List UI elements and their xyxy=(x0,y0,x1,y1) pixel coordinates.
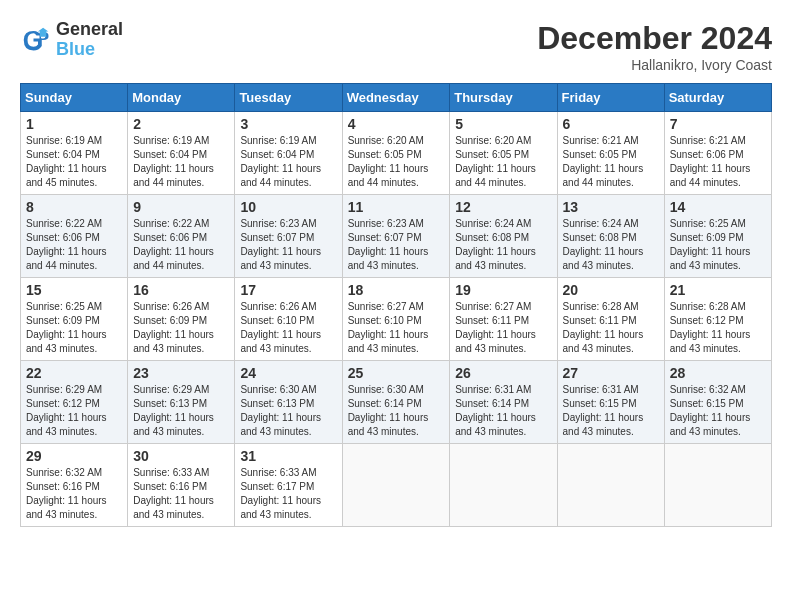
calendar-cell: 21Sunrise: 6:28 AM Sunset: 6:12 PM Dayli… xyxy=(664,278,771,361)
day-info: Sunrise: 6:19 AM Sunset: 6:04 PM Dayligh… xyxy=(26,134,122,190)
day-info: Sunrise: 6:28 AM Sunset: 6:11 PM Dayligh… xyxy=(563,300,659,356)
day-info: Sunrise: 6:26 AM Sunset: 6:10 PM Dayligh… xyxy=(240,300,336,356)
calendar-cell: 3Sunrise: 6:19 AM Sunset: 6:04 PM Daylig… xyxy=(235,112,342,195)
calendar-cell: 22Sunrise: 6:29 AM Sunset: 6:12 PM Dayli… xyxy=(21,361,128,444)
header-wednesday: Wednesday xyxy=(342,84,450,112)
day-info: Sunrise: 6:31 AM Sunset: 6:14 PM Dayligh… xyxy=(455,383,551,439)
day-number: 30 xyxy=(133,448,229,464)
day-info: Sunrise: 6:24 AM Sunset: 6:08 PM Dayligh… xyxy=(563,217,659,273)
day-number: 25 xyxy=(348,365,445,381)
calendar-cell xyxy=(664,444,771,527)
day-number: 31 xyxy=(240,448,336,464)
calendar-cell: 17Sunrise: 6:26 AM Sunset: 6:10 PM Dayli… xyxy=(235,278,342,361)
calendar-week-row: 1Sunrise: 6:19 AM Sunset: 6:04 PM Daylig… xyxy=(21,112,772,195)
calendar-cell: 28Sunrise: 6:32 AM Sunset: 6:15 PM Dayli… xyxy=(664,361,771,444)
day-number: 21 xyxy=(670,282,766,298)
day-info: Sunrise: 6:19 AM Sunset: 6:04 PM Dayligh… xyxy=(240,134,336,190)
calendar-cell xyxy=(450,444,557,527)
page-header: General Blue December 2024 Hallanikro, I… xyxy=(20,20,772,73)
logo: General Blue xyxy=(20,20,123,60)
calendar-cell: 20Sunrise: 6:28 AM Sunset: 6:11 PM Dayli… xyxy=(557,278,664,361)
day-number: 4 xyxy=(348,116,445,132)
calendar-cell: 24Sunrise: 6:30 AM Sunset: 6:13 PM Dayli… xyxy=(235,361,342,444)
calendar-cell: 8Sunrise: 6:22 AM Sunset: 6:06 PM Daylig… xyxy=(21,195,128,278)
calendar-cell: 9Sunrise: 6:22 AM Sunset: 6:06 PM Daylig… xyxy=(128,195,235,278)
day-number: 24 xyxy=(240,365,336,381)
calendar-cell: 26Sunrise: 6:31 AM Sunset: 6:14 PM Dayli… xyxy=(450,361,557,444)
day-info: Sunrise: 6:22 AM Sunset: 6:06 PM Dayligh… xyxy=(133,217,229,273)
month-year: December 2024 xyxy=(537,20,772,57)
day-number: 1 xyxy=(26,116,122,132)
calendar-cell: 25Sunrise: 6:30 AM Sunset: 6:14 PM Dayli… xyxy=(342,361,450,444)
day-number: 16 xyxy=(133,282,229,298)
header-thursday: Thursday xyxy=(450,84,557,112)
logo-line2: Blue xyxy=(56,40,123,60)
day-info: Sunrise: 6:30 AM Sunset: 6:14 PM Dayligh… xyxy=(348,383,445,439)
day-info: Sunrise: 6:26 AM Sunset: 6:09 PM Dayligh… xyxy=(133,300,229,356)
day-info: Sunrise: 6:28 AM Sunset: 6:12 PM Dayligh… xyxy=(670,300,766,356)
calendar-cell: 2Sunrise: 6:19 AM Sunset: 6:04 PM Daylig… xyxy=(128,112,235,195)
day-number: 17 xyxy=(240,282,336,298)
day-info: Sunrise: 6:23 AM Sunset: 6:07 PM Dayligh… xyxy=(240,217,336,273)
day-number: 23 xyxy=(133,365,229,381)
day-info: Sunrise: 6:21 AM Sunset: 6:05 PM Dayligh… xyxy=(563,134,659,190)
day-number: 10 xyxy=(240,199,336,215)
day-number: 2 xyxy=(133,116,229,132)
day-number: 14 xyxy=(670,199,766,215)
calendar-cell: 27Sunrise: 6:31 AM Sunset: 6:15 PM Dayli… xyxy=(557,361,664,444)
calendar-cell: 29Sunrise: 6:32 AM Sunset: 6:16 PM Dayli… xyxy=(21,444,128,527)
day-number: 9 xyxy=(133,199,229,215)
calendar-cell: 11Sunrise: 6:23 AM Sunset: 6:07 PM Dayli… xyxy=(342,195,450,278)
day-number: 13 xyxy=(563,199,659,215)
calendar-cell: 12Sunrise: 6:24 AM Sunset: 6:08 PM Dayli… xyxy=(450,195,557,278)
day-info: Sunrise: 6:19 AM Sunset: 6:04 PM Dayligh… xyxy=(133,134,229,190)
day-info: Sunrise: 6:25 AM Sunset: 6:09 PM Dayligh… xyxy=(26,300,122,356)
day-number: 26 xyxy=(455,365,551,381)
title-block: December 2024 Hallanikro, Ivory Coast xyxy=(537,20,772,73)
day-info: Sunrise: 6:29 AM Sunset: 6:12 PM Dayligh… xyxy=(26,383,122,439)
day-info: Sunrise: 6:21 AM Sunset: 6:06 PM Dayligh… xyxy=(670,134,766,190)
calendar-cell: 5Sunrise: 6:20 AM Sunset: 6:05 PM Daylig… xyxy=(450,112,557,195)
calendar-week-row: 29Sunrise: 6:32 AM Sunset: 6:16 PM Dayli… xyxy=(21,444,772,527)
location: Hallanikro, Ivory Coast xyxy=(537,57,772,73)
calendar-week-row: 22Sunrise: 6:29 AM Sunset: 6:12 PM Dayli… xyxy=(21,361,772,444)
day-number: 8 xyxy=(26,199,122,215)
day-number: 15 xyxy=(26,282,122,298)
calendar-cell: 31Sunrise: 6:33 AM Sunset: 6:17 PM Dayli… xyxy=(235,444,342,527)
day-number: 11 xyxy=(348,199,445,215)
day-number: 5 xyxy=(455,116,551,132)
header-saturday: Saturday xyxy=(664,84,771,112)
day-info: Sunrise: 6:33 AM Sunset: 6:16 PM Dayligh… xyxy=(133,466,229,522)
calendar-cell xyxy=(342,444,450,527)
day-number: 22 xyxy=(26,365,122,381)
calendar-cell: 23Sunrise: 6:29 AM Sunset: 6:13 PM Dayli… xyxy=(128,361,235,444)
calendar-cell: 30Sunrise: 6:33 AM Sunset: 6:16 PM Dayli… xyxy=(128,444,235,527)
calendar-header-row: SundayMondayTuesdayWednesdayThursdayFrid… xyxy=(21,84,772,112)
calendar-cell: 1Sunrise: 6:19 AM Sunset: 6:04 PM Daylig… xyxy=(21,112,128,195)
day-info: Sunrise: 6:20 AM Sunset: 6:05 PM Dayligh… xyxy=(455,134,551,190)
calendar-cell: 19Sunrise: 6:27 AM Sunset: 6:11 PM Dayli… xyxy=(450,278,557,361)
header-monday: Monday xyxy=(128,84,235,112)
day-info: Sunrise: 6:22 AM Sunset: 6:06 PM Dayligh… xyxy=(26,217,122,273)
day-info: Sunrise: 6:31 AM Sunset: 6:15 PM Dayligh… xyxy=(563,383,659,439)
day-info: Sunrise: 6:23 AM Sunset: 6:07 PM Dayligh… xyxy=(348,217,445,273)
day-number: 27 xyxy=(563,365,659,381)
day-number: 7 xyxy=(670,116,766,132)
day-info: Sunrise: 6:27 AM Sunset: 6:10 PM Dayligh… xyxy=(348,300,445,356)
day-number: 12 xyxy=(455,199,551,215)
day-info: Sunrise: 6:32 AM Sunset: 6:16 PM Dayligh… xyxy=(26,466,122,522)
calendar-cell: 6Sunrise: 6:21 AM Sunset: 6:05 PM Daylig… xyxy=(557,112,664,195)
day-number: 29 xyxy=(26,448,122,464)
day-info: Sunrise: 6:24 AM Sunset: 6:08 PM Dayligh… xyxy=(455,217,551,273)
calendar-cell: 18Sunrise: 6:27 AM Sunset: 6:10 PM Dayli… xyxy=(342,278,450,361)
logo-line1: General xyxy=(56,20,123,40)
calendar-cell: 7Sunrise: 6:21 AM Sunset: 6:06 PM Daylig… xyxy=(664,112,771,195)
day-info: Sunrise: 6:32 AM Sunset: 6:15 PM Dayligh… xyxy=(670,383,766,439)
day-number: 19 xyxy=(455,282,551,298)
day-number: 6 xyxy=(563,116,659,132)
calendar-cell: 16Sunrise: 6:26 AM Sunset: 6:09 PM Dayli… xyxy=(128,278,235,361)
day-number: 28 xyxy=(670,365,766,381)
calendar-week-row: 15Sunrise: 6:25 AM Sunset: 6:09 PM Dayli… xyxy=(21,278,772,361)
calendar-table: SundayMondayTuesdayWednesdayThursdayFrid… xyxy=(20,83,772,527)
day-info: Sunrise: 6:29 AM Sunset: 6:13 PM Dayligh… xyxy=(133,383,229,439)
